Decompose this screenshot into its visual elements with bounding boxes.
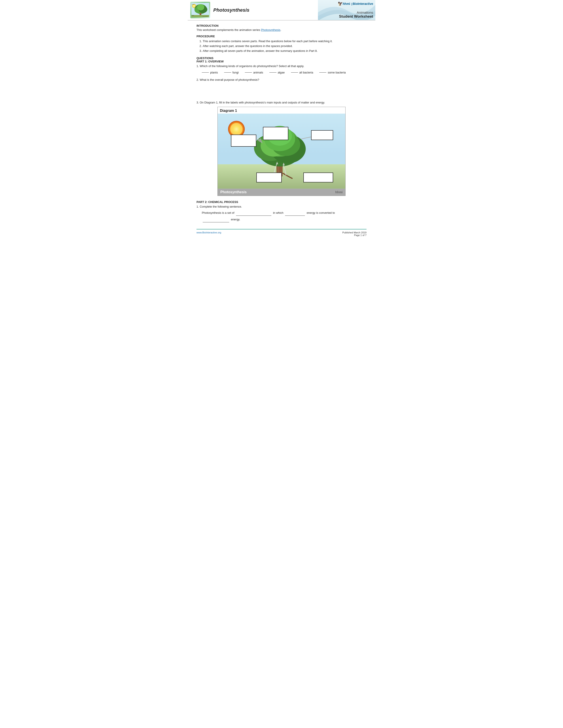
organism-some-bacteria: some bacteria	[319, 71, 346, 74]
q1-text: 1. Which of the following kinds of organ…	[196, 64, 367, 68]
page-header: Oxygen Water Carbon dioxide Photosynthes…	[188, 0, 375, 21]
intro-text-before: This worksheet complements the animation…	[196, 28, 261, 32]
label-box-topleft	[231, 135, 256, 147]
diagram-title: Diagram 1	[218, 107, 345, 114]
diagram-footer-title: Photosynthesis	[220, 190, 246, 194]
header-subtitle: Animations Student Worksheet	[339, 11, 373, 19]
page-footer: www.BioInteractive.org Published March 2…	[196, 229, 367, 239]
animals-blank	[245, 72, 252, 73]
label-box-botleft	[256, 173, 282, 182]
fill-sentence-1: Photosynthesis is a set of in which ener…	[202, 210, 367, 216]
q3-text: 3. On Diagram 1, fill in the labels with…	[196, 101, 367, 104]
part2-title: PART 2: CHEMICAL PROCESS	[196, 200, 367, 204]
intro-text: This worksheet complements the animation…	[196, 28, 367, 32]
sentence1-mid: in which	[273, 211, 284, 214]
algae-blank	[269, 72, 276, 73]
label-box-center	[263, 127, 289, 140]
animations-label: Animations	[339, 11, 373, 14]
header-left: Oxygen Water Carbon dioxide Photosynthes…	[188, 0, 318, 20]
some-bacteria-label: some bacteria	[328, 71, 346, 74]
part2-q1-text: 1. Complete the following sentence.	[196, 205, 367, 208]
procedure-title: PROCEDURE	[196, 35, 367, 38]
some-bacteria-blank	[319, 72, 326, 73]
q2-text: 2. What is the overall purpose of photos…	[196, 78, 367, 81]
procedure-item-2: After watching each part, answer the que…	[203, 44, 367, 49]
svg-point-15	[230, 123, 242, 135]
procedure-item-1: This animation series contains seven par…	[203, 39, 367, 44]
label-box-topright	[311, 130, 333, 140]
student-worksheet-label: Student Worksheet	[339, 14, 373, 19]
main-content: INTRODUCTION This worksheet complements …	[188, 24, 375, 222]
svg-text:Oxygen: Oxygen	[192, 4, 195, 5]
organism-animals: animals	[245, 71, 263, 74]
part2-section: PART 2: CHEMICAL PROCESS 1. Complete the…	[196, 200, 367, 222]
header-right: 🦅 hhmi | BioInteractive Animations Stude…	[318, 0, 375, 20]
footer-published: Published March 2019	[343, 231, 367, 234]
organism-fungi: fungi	[224, 71, 239, 74]
fungi-label: fungi	[232, 71, 239, 74]
hhmi-text: hhmi	[343, 2, 350, 6]
plants-blank	[202, 72, 209, 73]
fill-sentence-2: energy.	[202, 217, 367, 222]
procedure-list: This animation series contains seven par…	[196, 39, 367, 53]
svg-text:Carbon dioxide: Carbon dioxide	[202, 16, 208, 17]
animals-label: animals	[253, 71, 263, 74]
organism-all-bacteria: all bacteria	[291, 71, 313, 74]
footer-right: Published March 2019 Page 1 of 7	[343, 231, 367, 236]
introduction-title: INTRODUCTION	[196, 24, 367, 27]
bio-interactive-text: BioInteractive	[353, 2, 373, 6]
organism-plants: plants	[202, 71, 218, 74]
procedure-item-3: After completing all seven parts of the …	[203, 49, 367, 53]
hhmi-logo: 🦅 hhmi | BioInteractive	[338, 1, 373, 6]
header-logo: Oxygen Water Carbon dioxide	[190, 2, 210, 18]
header-title: Photosynthesis	[213, 7, 249, 13]
diagram-footer-brand: hhmi	[336, 190, 343, 194]
pipe-divider: |	[352, 2, 352, 6]
label-box-botright	[304, 173, 333, 182]
sentence1-pre: Photosynthesis is a set of	[202, 211, 234, 214]
intro-text-after: .	[280, 28, 281, 32]
svg-point-2	[193, 5, 195, 7]
fill-blank-3	[203, 222, 229, 222]
algae-label: algae	[278, 71, 285, 74]
all-bacteria-blank	[291, 72, 298, 73]
organism-algae: algae	[269, 71, 285, 74]
photosynthesis-link[interactable]: Photosynthesis	[261, 28, 280, 32]
all-bacteria-label: all bacteria	[300, 71, 313, 74]
hhmi-bird-icon: 🦅	[338, 1, 343, 6]
sentence2-end: energy.	[231, 218, 240, 221]
diagram-image-area	[218, 114, 345, 189]
part1-title: PART 1: OVERVIEW	[196, 60, 367, 63]
q2-answer-space	[202, 83, 367, 96]
diagram-footer: Photosynthesis hhmi	[218, 189, 345, 196]
fungi-blank	[224, 72, 231, 73]
footer-page: Page 1 of 7	[343, 234, 367, 236]
questions-title: QUESTIONS	[196, 56, 367, 60]
svg-text:Water: Water	[192, 15, 194, 16]
organism-row: plants fungi animals algae all bacteria …	[202, 71, 367, 74]
sentence1-end: energy is converted to	[307, 211, 335, 214]
svg-point-6	[197, 4, 204, 10]
diagram-1: Diagram 1	[217, 107, 346, 196]
plants-label: plants	[210, 71, 218, 74]
footer-website: www.BioInteractive.org	[196, 231, 221, 234]
